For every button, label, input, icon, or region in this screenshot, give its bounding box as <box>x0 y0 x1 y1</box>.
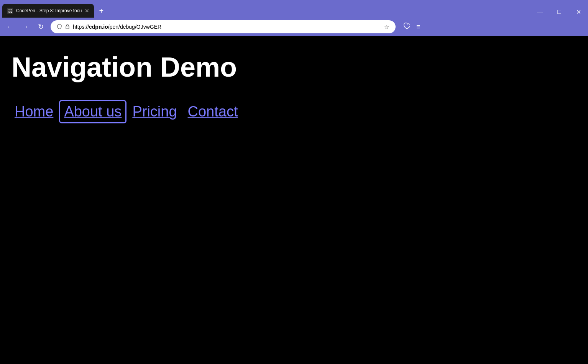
nav-link-contact[interactable]: Contact <box>185 102 241 121</box>
svg-rect-1 <box>66 26 69 29</box>
address-bar: ← → ↻ https://cdpn.io/pen/debug/OJvwGER … <box>0 18 588 36</box>
close-button[interactable]: ✕ <box>573 6 584 18</box>
bookmark-icon[interactable]: ☆ <box>384 23 389 31</box>
address-field[interactable]: https://cdpn.io/pen/debug/OJvwGER ☆ <box>51 20 396 33</box>
minimize-button[interactable]: — <box>534 6 546 18</box>
webpage-content: Navigation Demo Home About us Pricing Co… <box>0 36 588 364</box>
window-controls: — □ ✕ <box>534 6 588 18</box>
back-button[interactable]: ← <box>5 21 15 32</box>
tab-favicon-icon <box>7 8 13 14</box>
nav-link-home[interactable]: Home <box>11 102 56 121</box>
forward-button[interactable]: → <box>20 21 31 32</box>
menu-icon[interactable]: ≡ <box>416 23 420 31</box>
nav-link-about[interactable]: About us <box>61 102 125 121</box>
new-tab-button[interactable]: + <box>95 5 107 16</box>
tab-bar: CodePen - Step 8: Improve focu ✕ + — □ ✕ <box>0 0 588 18</box>
tab-close-button[interactable]: ✕ <box>85 8 89 14</box>
nav-link-pricing[interactable]: Pricing <box>129 102 180 121</box>
svg-rect-0 <box>7 8 13 14</box>
maximize-button[interactable]: □ <box>554 6 565 18</box>
shield-icon <box>57 24 62 30</box>
browser-chrome: CodePen - Step 8: Improve focu ✕ + — □ ✕… <box>0 0 588 36</box>
tab-title: CodePen - Step 8: Improve focu <box>16 8 82 13</box>
navigation-links: Home About us Pricing Contact <box>11 102 577 121</box>
url-text: https://cdpn.io/pen/debug/OJvwGER <box>73 24 381 30</box>
reload-button[interactable]: ↻ <box>35 21 46 32</box>
toolbar-right: ≡ <box>403 23 420 31</box>
lock-icon <box>65 24 70 30</box>
browser-tab[interactable]: CodePen - Step 8: Improve focu ✕ <box>2 4 94 18</box>
page-title: Navigation Demo <box>11 51 577 83</box>
pocket-icon[interactable] <box>403 23 410 31</box>
